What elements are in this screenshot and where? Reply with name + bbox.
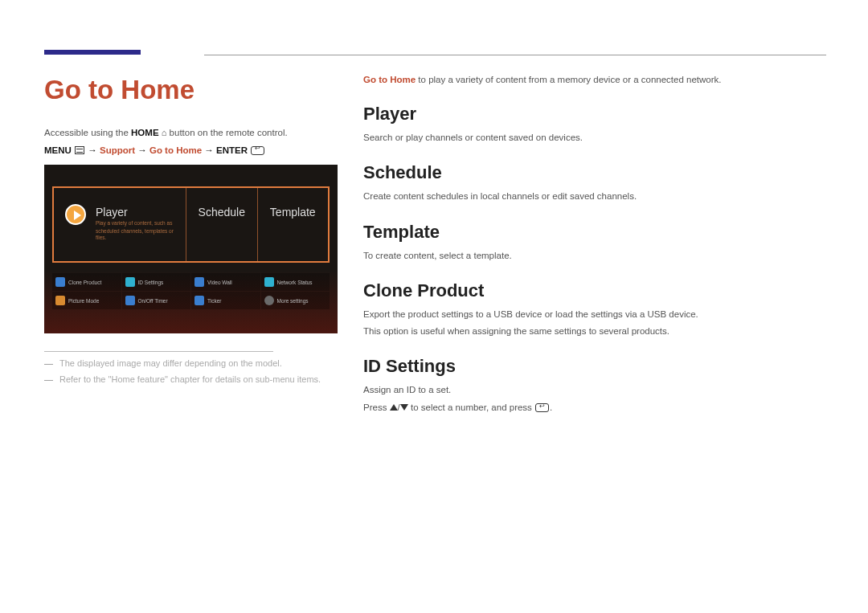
grid-item-icon <box>55 296 65 305</box>
section-text: To create content, select a template. <box>363 249 825 263</box>
tv-grid: Clone ProductID SettingsVideo WallNetwor… <box>52 273 330 309</box>
right-column: Go to Home to play a variety of content … <box>363 75 825 432</box>
path-enter: ENTER <box>216 145 248 155</box>
header-rule <box>204 55 826 55</box>
tv-grid-item: Picture Mode <box>52 292 121 309</box>
grid-item-icon <box>194 277 204 287</box>
tv-schedule-cell: Schedule <box>186 188 258 261</box>
menu-path: MENU → Support → Go to Home → ENTER <box>44 145 338 155</box>
grid-item-label: On/Off Timer <box>138 298 168 304</box>
path-support: Support <box>100 145 135 155</box>
section-heading: Player <box>363 104 825 125</box>
section-heading: Schedule <box>363 162 825 183</box>
tv-template-cell: Template <box>258 188 329 261</box>
tv-schedule-label: Schedule <box>186 206 257 219</box>
tv-player-cell: Player Play a variety of content, such a… <box>54 188 186 261</box>
notes-container: ―The displayed image may differ dependin… <box>44 358 338 384</box>
path-arrow-3: → <box>202 145 216 155</box>
grid-item-label: Ticker <box>207 298 221 304</box>
section-heading: Template <box>363 222 825 243</box>
grid-item-label: Network Status <box>277 280 313 285</box>
play-icon <box>65 204 86 225</box>
tv-player-label: Player <box>96 206 178 219</box>
note-line: ―Refer to the "Home feature" chapter for… <box>44 374 338 384</box>
grid-item-icon <box>55 277 65 287</box>
tv-grid-item: ID Settings <box>122 273 191 291</box>
path-arrow-2: → <box>135 145 149 155</box>
arrow-down-icon <box>400 404 408 411</box>
section-text: Search or play channels or content saved… <box>363 131 825 145</box>
path-arrow-1: → <box>88 145 100 155</box>
note-separator <box>44 351 273 352</box>
grid-item-icon <box>125 277 135 287</box>
tv-grid-item: Network Status <box>261 273 330 291</box>
sections-container: PlayerSearch or play channels or content… <box>363 104 825 415</box>
tv-grid-item: On/Off Timer <box>122 292 191 309</box>
left-column: Go to Home Accessible using the HOME ⌂ b… <box>44 75 338 390</box>
intro-bold: Go to Home <box>363 75 416 84</box>
section-text: Assign an ID to a set. <box>363 383 825 397</box>
accessible-text: Accessible using the HOME ⌂ button on th… <box>44 128 338 137</box>
grid-item-label: Video Wall <box>207 280 232 285</box>
press-post: to select a number, and press <box>408 403 534 412</box>
enter-icon <box>251 146 264 155</box>
grid-item-label: Picture Mode <box>68 298 99 304</box>
grid-item-icon <box>194 296 204 305</box>
arrow-up-icon <box>390 404 398 411</box>
section-heading: Clone Product <box>363 280 825 301</box>
note-dash: ― <box>44 374 53 384</box>
tv-grid-item: Ticker <box>191 292 260 309</box>
tv-player-sub2: scheduled channels, templates or files. <box>96 228 178 241</box>
accessible-post: button on the remote control. <box>166 128 287 137</box>
grid-item-label: More settings <box>277 298 309 304</box>
tv-grid-item: Clone Product <box>52 273 121 291</box>
tv-screenshot: Player Play a variety of content, such a… <box>44 165 338 333</box>
page-title: Go to Home <box>44 75 338 105</box>
grid-item-icon <box>125 296 135 305</box>
tv-top-row: Player Play a variety of content, such a… <box>52 186 330 263</box>
tv-template-label: Template <box>258 206 329 219</box>
tv-grid-item: Video Wall <box>191 273 260 291</box>
intro-line: Go to Home to play a variety of content … <box>363 75 825 84</box>
grid-item-label: ID Settings <box>138 280 164 285</box>
press-period: . <box>550 403 552 412</box>
section-text: Export the product settings to a USB dev… <box>363 308 825 321</box>
grid-item-icon <box>264 277 274 287</box>
tv-player-sub1: Play a variety of content, such as <box>96 220 178 227</box>
note-text: The displayed image may differ depending… <box>59 358 282 368</box>
path-menu: MENU <box>44 145 72 155</box>
section-heading: ID Settings <box>363 356 825 377</box>
accessible-pre: Accessible using the <box>44 128 131 137</box>
enter-icon <box>535 403 549 412</box>
intro-rest: to play a variety of content from a memo… <box>416 75 721 84</box>
section-text: Create content schedules in local channe… <box>363 190 825 203</box>
menu-icon <box>75 146 84 154</box>
path-gotohome: Go to Home <box>149 145 202 155</box>
section-press-line: Press / to select a number, and press . <box>363 401 825 415</box>
grid-item-label: Clone Product <box>68 280 101 285</box>
press-pre: Press <box>363 403 390 412</box>
note-text: Refer to the "Home feature" chapter for … <box>59 374 321 384</box>
accessible-bold: HOME <box>131 128 159 137</box>
note-dash: ― <box>44 358 53 368</box>
tv-grid-item: More settings <box>261 292 330 309</box>
note-line: ―The displayed image may differ dependin… <box>44 358 338 368</box>
grid-item-icon <box>264 296 274 305</box>
section-text: This option is useful when assigning the… <box>363 325 825 338</box>
chapter-bar <box>44 50 141 55</box>
